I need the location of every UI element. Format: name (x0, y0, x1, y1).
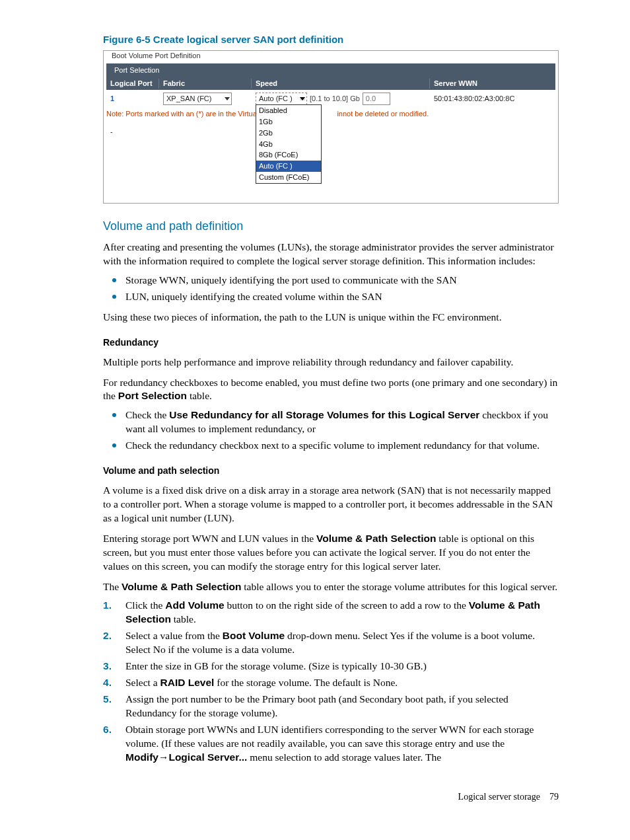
text: Assign the port number to be the Primary… (125, 693, 508, 718)
bold-term: Add Volume (165, 599, 224, 611)
tab-port-selection[interactable]: Port Selection (106, 63, 167, 77)
speed-option[interactable]: Disabled (256, 105, 321, 116)
step-item: Select a value from the Boot Volume drop… (103, 629, 559, 657)
speed-range-hint: [0.1 to 10.0] Gb (310, 94, 360, 104)
text: table. (187, 390, 212, 401)
text: Click the (125, 599, 165, 611)
bold-term: Port Selection (118, 390, 187, 401)
text: The (103, 581, 122, 592)
chevron-down-icon (225, 97, 230, 100)
text: button to on the right side of the scree… (225, 599, 469, 611)
speed-dropdown[interactable]: Disabled 1Gb 2Gb 4Gb 8Gb (FCoE) Auto (FC… (256, 104, 322, 184)
text: Enter the size in GB for the storage vol… (125, 660, 427, 671)
list-item: Check the redundancy checkbox next to a … (103, 439, 559, 453)
text: for the storage volume. The default is N… (214, 677, 398, 688)
paragraph: Entering storage port WWN and LUN values… (103, 532, 559, 574)
speed-option[interactable]: 1Gb (256, 116, 321, 128)
speed-option[interactable]: 8Gb (FCoE) (256, 149, 321, 161)
fabric-select-value: XP_SAN (FC) (166, 94, 211, 104)
speed-option[interactable]: Custom (FCoE) (256, 172, 321, 183)
text: Select a value from the (125, 630, 223, 641)
paragraph: Multiple ports help performance and impr… (103, 356, 559, 369)
fabric-select[interactable]: XP_SAN (FC) (163, 93, 232, 105)
column-header-row: Logical Port Fabric Speed Server WWN (106, 77, 555, 90)
heading-volume-path-definition: Volume and path definition (103, 218, 559, 234)
col-fabric: Fabric (159, 79, 252, 89)
speed-option[interactable]: 2Gb (256, 128, 321, 139)
step-item: Select a RAID Level for the storage volu… (103, 676, 559, 690)
heading-redundancy: Redundancy (103, 336, 559, 349)
paragraph: For redundancy checkboxes to become enab… (103, 376, 559, 404)
text: Entering storage port WWN and LUN values… (103, 533, 316, 544)
col-server-wwn: Server WWN (430, 79, 542, 89)
step-item: Click the Add Volume button to on the ri… (103, 599, 559, 627)
speed-option[interactable]: 4Gb (256, 139, 321, 150)
speed-option-selected[interactable]: Auto (FC ) (256, 161, 321, 172)
col-speed: Speed (252, 79, 430, 89)
panel-legend: Boot Volume Port Definition (109, 51, 203, 61)
tabbar: Port Selection (106, 63, 555, 77)
note-bar: Note: Ports marked with an (*) are in th… (106, 108, 555, 119)
list-item: Check the Use Redundancy for all Storage… (103, 408, 559, 436)
list-item: Storage WWN, uniquely identifying the po… (103, 274, 559, 287)
text: Check the (125, 409, 169, 420)
bold-term: Volume & Path Selection (316, 533, 436, 544)
server-wwn-value: 50:01:43:80:02:A3:00:8C (430, 94, 542, 104)
list-item: LUN, uniquely identifying the created vo… (103, 290, 559, 304)
paragraph: The Volume & Path Selection table allows… (103, 580, 559, 594)
speed-select[interactable]: Auto (FC ) (256, 93, 307, 105)
text: table allows you to enter the storage vo… (241, 581, 557, 592)
footer-section: Logical server storage (458, 792, 540, 802)
paragraph: Using these two pieces of information, t… (103, 311, 559, 325)
paragraph: After creating and presenting the volume… (103, 241, 559, 268)
heading-volume-path-selection: Volume and path selection (103, 465, 559, 477)
table-row: - (106, 124, 555, 203)
note-text-left: Note: Ports marked with an (*) are in th… (106, 110, 265, 118)
text: Check the redundancy checkbox next to a … (125, 439, 540, 451)
col-logical-port: Logical Port (106, 79, 159, 89)
table-row: 1 XP_SAN (FC) Auto (FC ) [0.1 to 10.0] G… (106, 90, 555, 108)
placeholder-cell: - (106, 127, 159, 137)
text: table. (171, 613, 196, 625)
step-item: Obtain storage port WWNs and LUN identif… (103, 723, 559, 765)
page-footer: Logical server storage 79 (103, 791, 559, 804)
text: menu selection to add storage values lat… (247, 751, 441, 763)
bold-term: Volume & Path Selection (122, 581, 241, 592)
speed-input[interactable]: 0.0 (363, 93, 390, 105)
paragraph: A volume is a fixed disk drive on a disk… (103, 484, 559, 525)
text: Obtain storage port WWNs and LUN identif… (125, 724, 534, 749)
note-text-right: innot be deleted or modified. (337, 110, 429, 118)
bold-term: Use Redundancy for all Storage Volumes f… (169, 409, 479, 420)
step-item: Assign the port number to be the Primary… (103, 693, 559, 720)
bold-term: Modify (125, 751, 158, 763)
bold-term: Logical Server... (168, 751, 247, 763)
bold-term: Boot Volume (223, 630, 285, 641)
arrow-icon: → (158, 751, 169, 763)
figure-caption: Figure 6-5 Create logical server SAN por… (103, 33, 559, 46)
bold-term: RAID Level (160, 677, 215, 688)
chevron-down-icon (300, 97, 305, 100)
speed-select-value: Auto (FC ) (259, 94, 293, 104)
step-item: Enter the size in GB for the storage vol… (103, 660, 559, 673)
logical-port-value: 1 (106, 94, 159, 104)
boot-volume-port-definition-panel: Boot Volume Port Definition Port Selecti… (103, 50, 559, 204)
footer-page-number: 79 (549, 792, 559, 802)
text: Select a (125, 677, 160, 688)
